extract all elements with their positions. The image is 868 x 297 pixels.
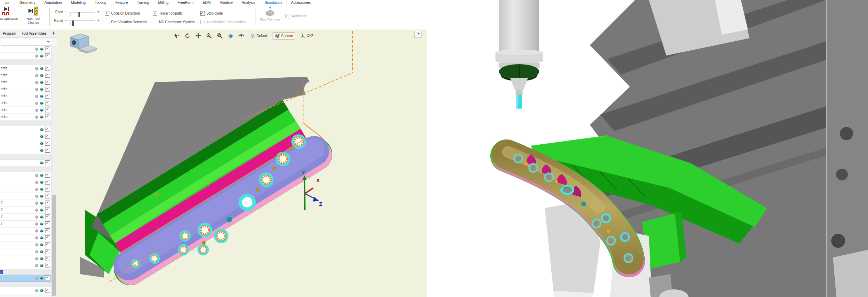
zoom-button[interactable] <box>205 32 213 40</box>
tree-row[interactable] <box>0 255 51 262</box>
tree-row[interactable]: 7 <box>0 207 51 214</box>
tree-row[interactable] <box>0 172 51 179</box>
visibility-checkbox[interactable] <box>45 242 50 247</box>
tree-row[interactable] <box>0 126 51 133</box>
tree-row[interactable]: erita <box>0 100 51 107</box>
tree-row[interactable] <box>0 147 51 154</box>
tree-row[interactable] <box>0 248 51 255</box>
tree-row[interactable] <box>0 241 51 248</box>
visibility-checkbox[interactable] <box>45 180 50 185</box>
visibility-checkbox[interactable] <box>45 148 50 153</box>
menu-tab[interactable]: tion <box>0 0 15 5</box>
rapid-plus-button[interactable]: + <box>97 18 100 23</box>
visibility-checkbox[interactable] <box>45 127 50 132</box>
visibility-checkbox[interactable] <box>45 228 50 233</box>
visibility-checkbox[interactable] <box>45 275 50 280</box>
visibility-checkbox[interactable] <box>45 249 50 254</box>
checkbox-box[interactable] <box>200 11 205 16</box>
visibility-checkbox[interactable] <box>45 194 50 198</box>
menu-tab[interactable]: Tooling <box>90 0 111 5</box>
visibility-checkbox[interactable] <box>45 201 50 205</box>
visibility-checkbox[interactable] <box>45 160 50 165</box>
visibility-checkbox[interactable] <box>45 214 50 219</box>
visibility-checkbox[interactable] <box>45 221 50 226</box>
visibility-checkbox[interactable] <box>45 53 50 58</box>
checkbox-box[interactable] <box>153 20 157 24</box>
slug-removal-button[interactable]: Slug Removal <box>260 6 281 28</box>
option-checkbox[interactable]: Acceleration Interpolation <box>200 19 246 25</box>
menu-tab[interactable]: Additive <box>215 0 237 5</box>
tree-row[interactable] <box>0 282 51 287</box>
tree-row[interactable]: erita <box>0 86 51 93</box>
checkbox-box[interactable] <box>105 11 109 16</box>
tree-row[interactable]: erita <box>0 114 51 121</box>
menu-tab[interactable]: Accessories <box>286 0 315 5</box>
xyz-view-button[interactable]: XYZ <box>298 33 315 39</box>
tree-row[interactable] <box>0 53 51 60</box>
menu-tab[interactable]: Geometry <box>15 0 40 5</box>
tree-row[interactable]: 7 <box>0 214 51 221</box>
menu-tab[interactable]: Turning <box>132 0 153 5</box>
visibility-checkbox[interactable] <box>45 101 50 105</box>
next-operation-button[interactable]: Next Operation <box>0 6 19 28</box>
menu-tab[interactable]: Annotation <box>40 0 66 5</box>
tree-row[interactable]: 7 <box>0 221 51 228</box>
panel-tab[interactable]: Tool Assemblies <box>19 30 49 37</box>
visibility-checkbox[interactable] <box>45 73 50 78</box>
tree-row[interactable] <box>0 121 51 126</box>
option-checkbox[interactable]: NC Coordinate System <box>153 19 194 25</box>
tree-row[interactable] <box>0 235 51 241</box>
default-view-button[interactable]: Default <box>248 33 269 39</box>
tree-row[interactable]: 7 <box>0 200 51 207</box>
menu-tab[interactable]: FreeForm <box>173 0 198 5</box>
checkbox-box[interactable] <box>153 11 157 16</box>
visibility-checkbox[interactable] <box>45 256 50 261</box>
custom-view-button[interactable]: Custom <box>273 32 295 40</box>
tree-row[interactable] <box>0 179 51 186</box>
expand-viewport-button[interactable] <box>414 31 422 37</box>
menu-tab[interactable]: Modeling <box>66 0 90 5</box>
visibility-checkbox[interactable] <box>45 114 50 119</box>
feed-slider-track[interactable] <box>69 12 95 12</box>
feed-slider-thumb[interactable] <box>78 12 80 17</box>
tree-row[interactable] <box>0 287 51 294</box>
option-checkbox[interactable]: Stop Code <box>200 10 246 16</box>
tree-row[interactable]: erita <box>0 79 51 86</box>
menu-tab[interactable]: Feature <box>111 0 132 5</box>
tree-row[interactable]: erita <box>0 65 51 72</box>
visibility-checkbox[interactable] <box>45 66 50 71</box>
menu-tab[interactable]: Milling <box>154 0 173 5</box>
tree-row[interactable] <box>0 228 51 235</box>
visibility-checkbox[interactable] <box>45 288 50 293</box>
rapid-slider-track[interactable] <box>69 20 95 21</box>
tree-row[interactable]: erita <box>0 72 51 79</box>
checkbox-box[interactable] <box>200 20 205 24</box>
tree-row[interactable] <box>0 275 51 282</box>
rapid-minus-button[interactable]: − <box>65 18 67 23</box>
tree-row[interactable] <box>0 160 51 167</box>
feed-minus-button[interactable]: − <box>65 9 67 14</box>
visibility-checkbox[interactable] <box>45 263 50 268</box>
scrollbar-thumb[interactable] <box>52 195 56 296</box>
select-tool-button[interactable] <box>173 32 181 40</box>
rapid-slider-thumb[interactable] <box>72 20 74 26</box>
menu-tab[interactable]: Analysis <box>237 0 260 5</box>
visibility-button[interactable] <box>237 32 245 40</box>
option-checkbox[interactable]: Collision Detection <box>105 10 147 16</box>
tree-row[interactable] <box>0 133 51 140</box>
visibility-checkbox[interactable] <box>45 87 50 92</box>
tree-row[interactable] <box>0 262 51 269</box>
visibility-checkbox[interactable] <box>45 207 50 212</box>
tree-row[interactable] <box>0 46 51 53</box>
view-cube-button[interactable] <box>227 32 234 40</box>
tree-row[interactable]: erita <box>0 93 51 100</box>
zoom-window-button[interactable] <box>216 32 224 40</box>
option-checkbox[interactable]: Part Violation Detection <box>105 19 147 25</box>
checkbox-box[interactable] <box>105 20 109 24</box>
menu-tab[interactable]: EDM <box>198 0 215 5</box>
tree-row[interactable] <box>0 60 51 65</box>
tree-row[interactable] <box>0 140 51 147</box>
tree-row[interactable] <box>0 269 51 275</box>
machine-simulation-view[interactable] <box>427 0 868 297</box>
visibility-checkbox[interactable] <box>45 94 50 99</box>
